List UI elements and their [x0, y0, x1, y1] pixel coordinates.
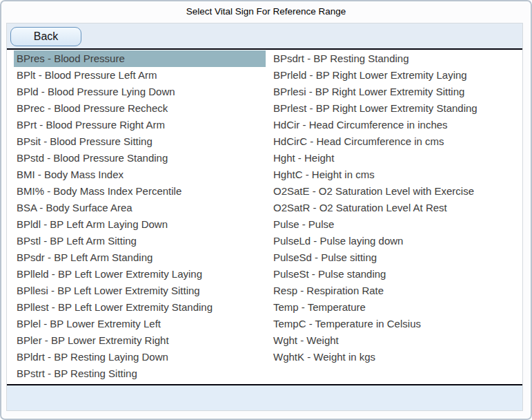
list-item[interactable]: Pulse - Pulse [270, 216, 522, 233]
list-item[interactable]: BPsdr - BP Left Arm Standing [14, 249, 266, 266]
list-item[interactable]: WghtK - Weight in kgs [270, 349, 522, 365]
list-item[interactable]: BPlleld - BP Left Lower Extremity Laying [14, 266, 266, 283]
list-item[interactable]: BPldl - BP Left Arm Laying Down [14, 216, 266, 233]
list-item[interactable]: BPler - BP Lower Extremity Right [14, 332, 266, 349]
vital-signs-list: BPres - Blood PressureBPlt - Blood Press… [7, 50, 522, 384]
list-item[interactable]: HghtC - Height in cms [270, 166, 522, 183]
toolbar: Back [7, 23, 522, 50]
vital-signs-column-right: BPsdrt - BP Resting StandingBPrleld - BP… [270, 50, 522, 384]
content-panel: Back BPres - Blood PressureBPlt - Blood … [6, 23, 523, 411]
list-item[interactable]: BPldrt - BP Resting Laying Down [14, 349, 266, 365]
list-item[interactable]: Hght - Height [270, 150, 522, 166]
list-item[interactable]: Resp - Respiration Rate [270, 283, 522, 299]
list-item[interactable]: BPlt - Blood Pressure Left Arm [14, 67, 266, 84]
list-item[interactable]: HdCirC - Head Circumference in cms [270, 133, 522, 150]
list-item[interactable]: BPlel - BP Lower Extremity Left [14, 316, 266, 332]
list-item[interactable]: BPrec - Blood Pressure Recheck [14, 100, 266, 117]
list-item[interactable]: BPrlesi - BP Right Lower Extremity Sitti… [270, 84, 522, 100]
status-footer [7, 384, 522, 410]
list-item[interactable]: BPrlest - BP Right Lower Extremity Stand… [270, 100, 522, 117]
list-item[interactable]: BPrleld - BP Right Lower Extremity Layin… [270, 67, 522, 84]
list-item[interactable]: HdCir - Head Circumference in inches [270, 117, 522, 133]
dialog-window: Select Vital Sign For Reference Range Ba… [0, 0, 532, 420]
list-item[interactable]: BPrt - Blood Pressure Right Arm [14, 117, 266, 133]
list-item[interactable]: BPld - Blood Pressure Lying Down [14, 84, 266, 100]
list-item[interactable]: O2SatR - O2 Saturation Level At Rest [270, 200, 522, 216]
dialog-title: Select Vital Sign For Reference Range [1, 1, 531, 22]
list-item[interactable]: BMI - Body Mass Index [14, 166, 266, 183]
vital-signs-column-left: BPres - Blood PressureBPlt - Blood Press… [14, 50, 266, 384]
list-item[interactable]: BPstd - Blood Pressure Standing [14, 150, 266, 166]
list-item[interactable]: TempC - Temperature in Celsius [270, 316, 522, 332]
list-item[interactable]: Temp - Temperature [270, 299, 522, 316]
list-item-selected[interactable]: BPres - Blood Pressure [14, 50, 266, 67]
list-item[interactable]: BPstrt - BP Resting Sitting [14, 365, 266, 382]
list-item[interactable]: PulseSt - Pulse standing [270, 266, 522, 283]
list-item[interactable]: Wght - Weight [270, 332, 522, 349]
list-item[interactable]: BPsit - Blood Pressure Sitting [14, 133, 266, 150]
list-item[interactable]: BSA - Body Surface Area [14, 200, 266, 216]
list-item[interactable]: BPllest - BP Left Lower Extremity Standi… [14, 299, 266, 316]
list-item[interactable]: BPllesi - BP Left Lower Extremity Sittin… [14, 283, 266, 299]
list-item[interactable]: BMI% - Body Mass Index Percentile [14, 183, 266, 200]
list-item[interactable]: BPstl - BP Left Arm Sitting [14, 233, 266, 249]
list-item[interactable]: PulseLd - Pulse laying down [270, 233, 522, 249]
list-item[interactable]: O2SatE - O2 Saturation Level with Exerci… [270, 183, 522, 200]
list-item[interactable]: PulseSd - Pulse sitting [270, 249, 522, 266]
back-button[interactable]: Back [10, 27, 81, 46]
list-item[interactable]: BPsdrt - BP Resting Standing [270, 50, 522, 67]
